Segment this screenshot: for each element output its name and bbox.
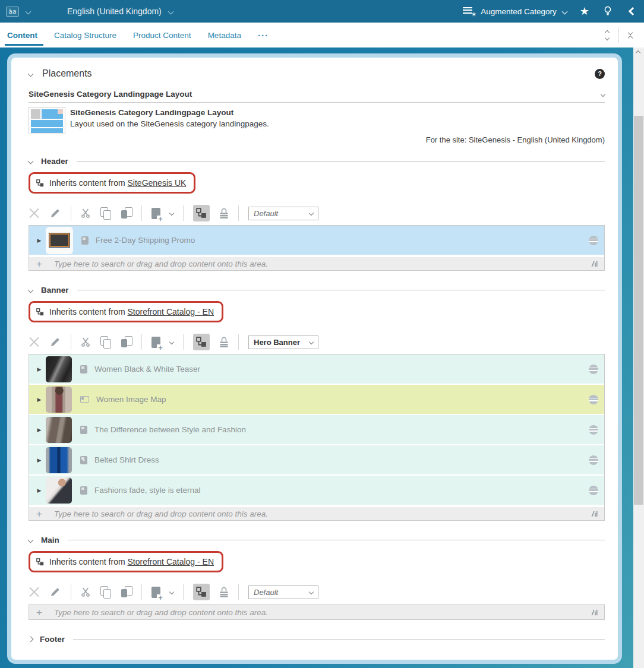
content-row[interactable]: ▶ Women Black & White Teaser [29, 354, 604, 385]
search-drop-area[interactable]: + Type here to search or drag and drop c… [29, 604, 605, 620]
paste-button[interactable] [121, 586, 132, 598]
drag-handle-icon[interactable] [589, 365, 598, 374]
expand-arrow-icon[interactable]: ▶ [33, 397, 46, 403]
delete-button[interactable] [29, 208, 40, 219]
content-row[interactable]: ▶ Fashions fade, style is eternal [29, 476, 604, 506]
section-main-toggle[interactable]: Main [29, 534, 605, 546]
expand-all-button[interactable] [604, 30, 610, 41]
tab-more[interactable]: ··· [257, 23, 270, 48]
favorite-star-icon[interactable]: ★ [580, 6, 589, 17]
cut-button[interactable] [81, 587, 90, 597]
expand-arrow-icon[interactable]: ▶ [33, 238, 46, 243]
lightbulb-icon[interactable] [602, 5, 613, 17]
content-row[interactable]: ▶ Belted Shirt Dress [29, 445, 604, 476]
expand-arrow-icon[interactable]: ▶ [33, 487, 46, 493]
paste-button[interactable] [121, 207, 132, 219]
tab-metadata[interactable]: Metadata [207, 23, 242, 48]
chevron-down-icon [309, 211, 314, 216]
paste-button[interactable] [121, 336, 132, 348]
divider [71, 334, 71, 350]
new-content-button[interactable] [151, 587, 160, 598]
language-selector[interactable]: English (United Kingdom) [67, 7, 173, 16]
section-banner-toggle[interactable]: Banner [29, 284, 605, 296]
edit-button[interactable] [49, 336, 61, 348]
new-content-chevron-icon[interactable] [169, 340, 174, 344]
collapse-all-button[interactable] [627, 30, 633, 41]
delete-button[interactable] [29, 337, 40, 348]
content-asset-icon [80, 486, 87, 495]
drag-handle-icon[interactable] [589, 486, 598, 495]
content-row[interactable]: ▶ Women Image Map [29, 385, 604, 415]
placements-collapse-icon[interactable] [28, 71, 34, 77]
scroll-thumb[interactable] [634, 116, 643, 505]
tab-product-content[interactable]: Product Content [132, 23, 192, 48]
augmented-category-selector[interactable]: ✶ Augmented Category [463, 7, 567, 16]
chevron-down-icon [28, 287, 34, 293]
new-content-button[interactable] [151, 337, 160, 348]
search-drop-area[interactable]: + Type here to search or drag and drop c… [29, 256, 604, 270]
drag-handle-icon[interactable] [589, 236, 598, 245]
language-selector-label: English (United Kingdom) [67, 7, 162, 16]
edit-button[interactable] [49, 207, 61, 219]
divider [183, 584, 184, 600]
expand-arrow-icon[interactable]: ▶ [33, 427, 46, 433]
divider [238, 205, 239, 221]
scrollbar[interactable] [633, 48, 644, 668]
lock-button[interactable] [219, 207, 229, 219]
inherits-link[interactable]: Storefront Catalog - EN [128, 307, 214, 316]
inheritance-icon [36, 179, 44, 187]
inheritance-toggle-button[interactable] [193, 205, 210, 221]
search-drop-area[interactable]: + Type here to search or drag and drop c… [29, 506, 604, 520]
divider [141, 205, 142, 221]
help-icon[interactable]: ? [595, 69, 605, 79]
template-select[interactable]: Hero Banner [248, 335, 318, 349]
inheritance-toggle-button[interactable] [193, 584, 210, 600]
analytics-icon[interactable] [591, 260, 598, 268]
template-select[interactable]: Default [248, 207, 318, 220]
expand-arrow-icon[interactable]: ▶ [33, 366, 46, 372]
template-select[interactable]: Default [248, 585, 318, 599]
section-header-toggle[interactable]: Header [29, 155, 605, 167]
analytics-icon[interactable] [591, 609, 598, 616]
content-row[interactable]: ▶ The Difference between Style and Fashi… [29, 415, 604, 445]
layout-card-description: Layout used on the SiteGenesis category … [70, 119, 269, 128]
section-footer-toggle[interactable]: Footer [29, 633, 605, 645]
copy-button[interactable] [100, 586, 111, 598]
analytics-icon[interactable] [591, 510, 598, 518]
content-asset-icon [80, 365, 87, 373]
back-chevron-icon[interactable] [629, 7, 637, 15]
new-content-chevron-icon[interactable] [169, 590, 174, 594]
drag-handle-icon[interactable] [589, 395, 598, 404]
content-row[interactable]: ▶ Free 2-Day Shipping Promo [29, 226, 604, 256]
new-content-chevron-icon[interactable] [169, 211, 174, 216]
chevron-down-icon[interactable] [26, 8, 31, 14]
lock-button[interactable] [219, 586, 229, 598]
chevron-down-icon [28, 158, 34, 164]
tab-content[interactable]: Content [6, 23, 39, 48]
inherits-link[interactable]: SiteGenesis UK [128, 178, 187, 188]
drag-handle-icon[interactable] [589, 425, 598, 435]
new-content-button[interactable] [151, 208, 160, 219]
main-toolbar: Default [29, 582, 605, 602]
expand-arrow-icon[interactable]: ▶ [33, 457, 46, 463]
tab-catalog-structure[interactable]: Catalog Structure [53, 23, 118, 48]
copy-button[interactable] [100, 207, 111, 219]
chevron-up-icon [605, 30, 610, 34]
cut-button[interactable] [81, 208, 90, 219]
layout-selector-header[interactable]: SiteGenesis Category Landingpage Layout [29, 90, 605, 103]
inheritance-toggle-button[interactable] [193, 334, 210, 350]
inherits-link[interactable]: Storefront Catalog - EN [128, 557, 214, 566]
divider [183, 334, 184, 350]
delete-button[interactable] [29, 587, 40, 598]
augmented-category-label: Augmented Category [481, 7, 557, 16]
edit-button[interactable] [49, 586, 61, 598]
cut-button[interactable] [81, 337, 90, 347]
copy-button[interactable] [100, 336, 111, 348]
lock-button[interactable] [219, 336, 229, 348]
drag-handle-icon[interactable] [589, 455, 598, 465]
scroll-up-icon[interactable] [636, 50, 640, 55]
language-icon-glyph: àa [8, 8, 16, 15]
chevron-down-icon[interactable] [601, 91, 605, 96]
content-thumbnail [46, 447, 72, 473]
language-icon[interactable]: àa [6, 7, 19, 17]
